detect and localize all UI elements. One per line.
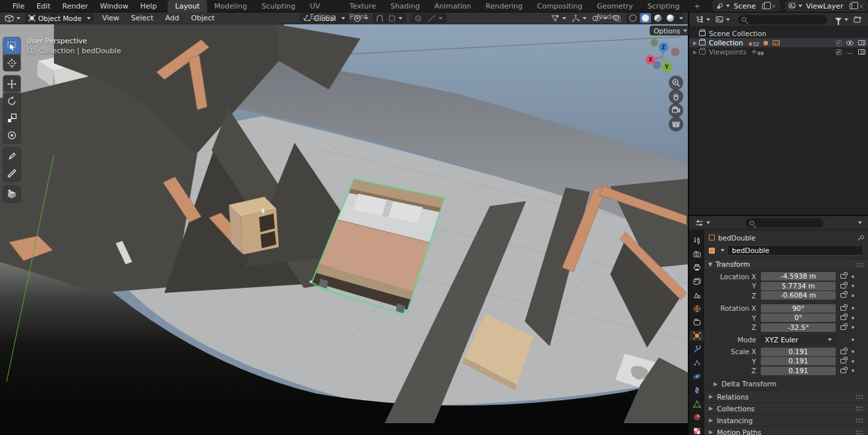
menu-object[interactable]: Object: [185, 14, 221, 22]
tab-texture[interactable]: [690, 426, 704, 435]
outliner-display-mode-button[interactable]: [713, 14, 732, 24]
tab-constraints[interactable]: [690, 385, 704, 396]
tab-scene[interactable]: [690, 290, 704, 300]
mode-dropdown[interactable]: Object Mode: [25, 13, 94, 23]
tab-modifiers[interactable]: [690, 344, 704, 355]
viewpoints-label[interactable]: Viewpoints: [709, 48, 746, 56]
tool-rotate[interactable]: [3, 93, 20, 109]
motion-paths-panel[interactable]: ▶Motion Paths: [704, 426, 868, 435]
tool-annotate[interactable]: [3, 148, 20, 164]
tab-geometry-nodes[interactable]: Geometry Nodes: [590, 0, 640, 12]
menu-edit[interactable]: Edit: [30, 2, 56, 11]
viewlayer-name[interactable]: ViewLayer: [806, 2, 844, 11]
tool-add-cube[interactable]: [3, 186, 20, 202]
tab-view-layer[interactable]: [690, 276, 704, 286]
menu-select[interactable]: Select: [125, 14, 159, 22]
tool-scale[interactable]: [3, 110, 20, 126]
outliner-editor-type-button[interactable]: [693, 14, 712, 24]
proportional-editing-toggle[interactable]: [412, 13, 424, 23]
nightstand-object[interactable]: [229, 196, 279, 254]
lock-icon[interactable]: [840, 284, 846, 288]
shading-wireframe-button[interactable]: [627, 13, 639, 23]
tab-physics[interactable]: [690, 371, 704, 382]
viewlayer-selector[interactable]: ViewLayer ×: [785, 1, 867, 11]
properties-search-input[interactable]: [746, 218, 823, 227]
tab-modeling[interactable]: Modeling: [207, 0, 254, 12]
transform-panel-header[interactable]: ▼ Transform: [704, 259, 868, 269]
scene-collection-label[interactable]: Scene Collection: [709, 30, 766, 37]
orthographic-toggle-button[interactable]: [669, 117, 683, 131]
tool-transform[interactable]: [3, 127, 20, 143]
keyframe-dot[interactable]: [852, 360, 854, 363]
new-scene-icon[interactable]: [762, 3, 767, 9]
tool-move[interactable]: [3, 76, 20, 92]
disable-render-camera-icon[interactable]: [858, 40, 865, 45]
collections-panel[interactable]: ▶Collections: [704, 402, 868, 414]
delta-transform-panel[interactable]: ▶ Delta Transform: [704, 378, 868, 389]
shading-solid-button[interactable]: [640, 13, 651, 23]
collection-checkbox[interactable]: ✓: [836, 40, 842, 46]
snap-to-dropdown[interactable]: [386, 13, 404, 23]
visibility-dropdown[interactable]: [548, 13, 568, 23]
camera-view-button[interactable]: [669, 103, 683, 118]
keyframe-dot[interactable]: [852, 294, 854, 297]
location-y-field[interactable]: 5.7734 m: [761, 282, 836, 290]
tab-compositing[interactable]: Compositing: [530, 0, 590, 12]
scene-selector[interactable]: Scene ×: [713, 1, 780, 11]
viewport-3d[interactable]: [0, 24, 688, 435]
tab-object[interactable]: [690, 331, 704, 341]
outliner-row-collection[interactable]: ▶ Collection ▲52 ✓: [689, 38, 868, 47]
keyframe-dot[interactable]: [852, 285, 854, 287]
tab-shading[interactable]: Shading: [383, 0, 427, 12]
rotation-mode-dropdown[interactable]: XYZ Euler: [761, 335, 836, 344]
scale-x-field[interactable]: 0.191: [761, 348, 836, 356]
keyframe-dot[interactable]: [852, 307, 854, 309]
gizmos-dropdown[interactable]: [569, 13, 589, 23]
tab-output[interactable]: [690, 262, 704, 273]
lock-icon[interactable]: [840, 369, 846, 373]
pin-icon[interactable]: [857, 235, 863, 241]
tab-scripting[interactable]: Scripting: [640, 0, 687, 12]
keyframe-dot[interactable]: [852, 369, 854, 372]
location-z-field[interactable]: -0.6084 m: [761, 291, 836, 300]
proportional-falloff-dropdown[interactable]: [425, 13, 445, 23]
lock-icon[interactable]: [840, 315, 846, 320]
tab-collection-props[interactable]: [690, 317, 704, 327]
options-dropdown[interactable]: Options: [650, 26, 691, 35]
keyframe-dot[interactable]: [852, 275, 854, 278]
instancing-panel[interactable]: ▶Instancing: [704, 414, 868, 426]
add-workspace-button[interactable]: +: [687, 0, 707, 12]
tab-particles[interactable]: [690, 358, 704, 369]
tab-sculpting[interactable]: Sculpting: [254, 0, 302, 12]
tab-animation[interactable]: Animation: [427, 0, 478, 12]
rotation-x-field[interactable]: 90°: [761, 304, 836, 313]
menu-file[interactable]: File: [7, 2, 30, 11]
panel-grip[interactable]: [856, 430, 863, 434]
axis-neg-y-handle[interactable]: [651, 39, 658, 47]
pan-button[interactable]: [669, 89, 683, 104]
tool-measure[interactable]: [3, 165, 20, 181]
outliner-row-viewpoints[interactable]: ▶ Viewpoints ✛99 ✓: [689, 47, 868, 57]
shading-rendered-button[interactable]: [665, 13, 676, 23]
outliner-row-scene-collection[interactable]: Scene Collection: [689, 29, 868, 38]
tab-world[interactable]: [690, 304, 704, 314]
rotation-z-field[interactable]: -32.5°: [761, 323, 836, 332]
lock-icon[interactable]: [840, 274, 846, 279]
collection-label[interactable]: Collection: [709, 39, 743, 47]
editor-type-button[interactable]: [3, 13, 22, 23]
properties-editor-type-button[interactable]: [693, 218, 712, 228]
keyframe-dot[interactable]: [852, 317, 854, 319]
outliner-search-input[interactable]: [738, 15, 827, 24]
disable-render-camera-icon[interactable]: [858, 49, 865, 55]
lock-icon[interactable]: [840, 306, 846, 311]
snap-toggle-magnet-icon[interactable]: [377, 15, 383, 22]
lock-icon[interactable]: [840, 293, 846, 298]
panel-grip[interactable]: [856, 406, 863, 411]
scale-z-field[interactable]: 0.191: [761, 367, 836, 375]
lock-icon[interactable]: [840, 350, 846, 354]
menu-add[interactable]: Add: [159, 14, 185, 22]
tab-object-data[interactable]: [690, 399, 704, 409]
rotation-y-field[interactable]: 0°: [761, 313, 836, 322]
menu-help[interactable]: Help: [134, 2, 162, 11]
menu-render[interactable]: Render: [57, 2, 94, 11]
